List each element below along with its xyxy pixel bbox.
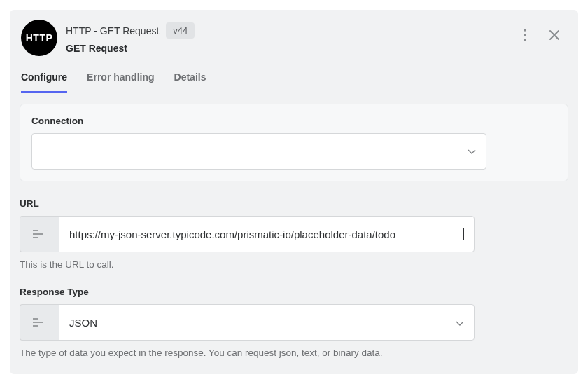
- chevron-down-icon: [456, 317, 464, 329]
- tab-details[interactable]: Details: [174, 71, 206, 93]
- response-type-value: JSON: [69, 317, 456, 329]
- avatar-text: HTTP: [26, 32, 53, 43]
- panel-title: HTTP - GET Request: [66, 25, 159, 36]
- url-help: This is the URL to call.: [20, 259, 568, 270]
- svg-point-0: [524, 29, 526, 32]
- url-input[interactable]: https://my-json-server.typicode.com/pris…: [59, 216, 475, 252]
- connection-label: Connection: [31, 116, 556, 126]
- svg-rect-8: [33, 325, 38, 327]
- response-type-template-button[interactable]: [20, 304, 59, 341]
- url-template-button[interactable]: [20, 216, 59, 252]
- tab-error-handling[interactable]: Error handling: [87, 71, 154, 93]
- response-type-label: Response Type: [20, 287, 568, 297]
- more-vertical-icon: [524, 29, 526, 41]
- svg-point-2: [524, 39, 526, 41]
- url-label: URL: [20, 198, 568, 209]
- svg-rect-3: [33, 230, 38, 231]
- connection-select[interactable]: [31, 133, 486, 170]
- response-type-section: Response Type JSON The type of data you …: [20, 287, 568, 358]
- text-cursor: [463, 228, 464, 240]
- url-section: URL https://my-json-server.typicode.com/…: [20, 198, 568, 270]
- more-menu-button[interactable]: [517, 27, 533, 43]
- svg-point-1: [524, 34, 526, 36]
- svg-rect-4: [33, 233, 43, 235]
- svg-rect-5: [33, 237, 38, 238]
- url-value: https://my-json-server.typicode.com/pris…: [69, 228, 463, 240]
- panel-subtitle: GET Request: [66, 43, 195, 54]
- tab-configure[interactable]: Configure: [21, 71, 67, 93]
- config-panel: HTTP HTTP - GET Request v44 GET Request …: [10, 10, 578, 374]
- http-avatar: HTTP: [21, 20, 57, 56]
- chevron-down-icon: [468, 145, 476, 158]
- version-chip: v44: [166, 22, 195, 39]
- close-button[interactable]: [546, 27, 563, 43]
- close-icon: [549, 29, 560, 41]
- response-type-select[interactable]: JSON: [59, 304, 475, 341]
- svg-rect-6: [33, 318, 38, 320]
- title-block: HTTP - GET Request v44 GET Request: [66, 22, 195, 54]
- response-type-help: The type of data you expect in the respo…: [20, 348, 568, 358]
- tab-bar: Configure Error handling Details: [10, 56, 578, 94]
- svg-rect-7: [33, 322, 43, 323]
- template-icon: [33, 230, 47, 238]
- panel-header: HTTP HTTP - GET Request v44 GET Request: [10, 10, 578, 56]
- template-icon: [33, 318, 47, 327]
- connection-section: Connection: [20, 104, 568, 181]
